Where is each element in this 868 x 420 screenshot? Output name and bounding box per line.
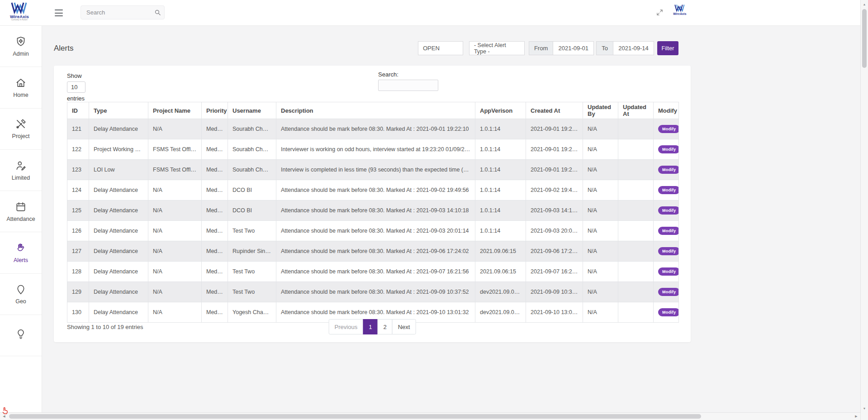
cell-priority: Medium <box>202 119 228 139</box>
cell-priority: Medium <box>202 160 228 180</box>
column-header-type[interactable]: Type <box>89 102 148 119</box>
admin-shield-icon <box>15 36 27 48</box>
table-search-label: Search: <box>378 71 438 78</box>
status-select[interactable]: OPEN <box>418 41 463 55</box>
entries-length-select[interactable]: 10 <box>67 81 85 93</box>
column-header-priority[interactable]: Priority <box>202 102 228 119</box>
cell-project-name: N/A <box>148 119 202 139</box>
modify-button[interactable]: Modify <box>658 206 679 215</box>
vertical-scroll-thumb[interactable] <box>862 9 867 68</box>
sidebar-item-project[interactable]: Project <box>0 109 42 150</box>
search-input[interactable] <box>81 9 151 16</box>
table-row: 126 Delay Attendance N/A Medium Test Two… <box>67 221 679 241</box>
scroll-up-icon[interactable]: ▲ <box>861 0 868 8</box>
modify-button[interactable]: Modify <box>658 145 679 153</box>
column-header-updated-by[interactable]: Updated By <box>583 102 618 119</box>
cell-type: Delay Attendance <box>89 119 148 139</box>
cell-description: Attendance should be mark before 08:30. … <box>276 221 475 241</box>
cell-description: Attendance should be mark before 08:30. … <box>276 200 475 221</box>
from-label: From <box>529 41 553 55</box>
sidebar-item-alerts[interactable]: Alerts <box>0 232 42 273</box>
table-search-input[interactable] <box>378 80 438 91</box>
cell-username: Rupinder Singh <box>228 241 276 262</box>
modify-button[interactable]: Modify <box>658 227 679 235</box>
modify-button[interactable]: Modify <box>658 308 679 316</box>
filter-button[interactable]: Filter <box>657 41 678 55</box>
geo-pin-icon <box>15 283 27 295</box>
modify-button[interactable]: Modify <box>658 247 679 255</box>
search-icon[interactable] <box>151 9 164 16</box>
cell-description: Attendance should be mark before 08:30. … <box>276 180 475 200</box>
cell-created-at: 2021-09-03 20:01:14 <box>526 221 583 241</box>
pagination-page-1[interactable]: 1 <box>363 319 378 334</box>
sidebar-item-home[interactable]: Home <box>0 67 42 108</box>
alerts-table: IDTypeProject NamePriorityUsernameDescri… <box>67 102 679 323</box>
pagination-page-2[interactable]: 2 <box>377 319 392 334</box>
sidebar-item-label: Alerts <box>14 257 28 263</box>
cell-created-at: 2021-09-03 14:10:18 <box>526 200 583 221</box>
column-header-id[interactable]: ID <box>67 102 89 119</box>
cell-created-at: 2021-09-09 10:37:52 <box>526 282 583 302</box>
cell-modify: Modify <box>654 119 679 139</box>
cell-updated-at <box>618 241 654 262</box>
column-header-created-at[interactable]: Created At <box>526 102 583 119</box>
column-header-modify[interactable]: Modify <box>654 102 679 119</box>
show-label: Show <box>67 72 82 79</box>
cell-type: Delay Attendance <box>89 262 148 282</box>
scroll-right-icon[interactable]: ▶ <box>853 413 860 420</box>
cell-priority: Medium <box>202 282 228 302</box>
sidebar-item-more[interactable] <box>0 315 42 356</box>
cell-updated-at <box>618 160 654 180</box>
menu-toggle-icon[interactable] <box>55 10 63 16</box>
to-date-input[interactable]: 2021-09-14 <box>613 41 654 55</box>
horizontal-scrollbar[interactable]: ◀ ▶ <box>0 412 860 420</box>
cell-description: Attendance should be mark before 08:30. … <box>276 241 475 262</box>
sidebar-item-admin[interactable]: Admin <box>0 26 42 67</box>
modify-button[interactable]: Modify <box>658 288 679 296</box>
modify-button[interactable]: Modify <box>658 166 679 174</box>
sidebar-item-label: Limited <box>12 175 30 181</box>
fullscreen-icon[interactable] <box>655 9 664 18</box>
column-header-updated-at[interactable]: Updated At <box>618 102 654 119</box>
cell-updated-by: N/A <box>583 200 618 221</box>
alert-type-select[interactable]: - Select Alert Type - <box>469 41 525 55</box>
scroll-down-icon[interactable]: ▼ <box>861 405 868 412</box>
cell-type: Delay Attendance <box>89 221 148 241</box>
column-header-appverison[interactable]: AppVerison <box>475 102 526 119</box>
sidebar-item-limited[interactable]: Limited <box>0 150 42 191</box>
column-header-project-name[interactable]: Project Name <box>148 102 202 119</box>
cell-username: Test Two <box>228 262 276 282</box>
from-date-input[interactable]: 2021-09-01 <box>553 41 594 55</box>
cell-id: 125 <box>67 200 89 221</box>
pagination-next[interactable]: Next <box>392 319 416 334</box>
topbar: WireAxis Curiosity in Action WireAxis <box>0 0 860 26</box>
pagination-previous[interactable]: Previous <box>329 319 364 334</box>
modify-button[interactable]: Modify <box>658 125 679 133</box>
sidebar-item-geo[interactable]: Geo <box>0 274 42 315</box>
modify-button[interactable]: Modify <box>658 186 679 194</box>
table-body: 121 Delay Attendance N/A Medium Sourabh … <box>67 119 679 323</box>
cell-id: 124 <box>67 180 89 200</box>
cell-app-version: 1.0.1:14 <box>475 119 526 139</box>
cell-app-version: 1.0.1:14 <box>475 160 526 180</box>
brand-logo-right[interactable]: WireAxis <box>671 4 688 15</box>
alerts-card: Show 10 entries Search: <box>54 66 691 342</box>
cell-updated-by: N/A <box>583 221 618 241</box>
column-header-description[interactable]: Description <box>276 102 475 119</box>
cell-modify: Modify <box>654 139 679 160</box>
modify-button[interactable]: Modify <box>658 267 679 276</box>
cell-id: 129 <box>67 282 89 302</box>
cell-created-at: 2021-09-01 19:26:24 <box>526 160 583 180</box>
sidebar-item-attendance[interactable]: Attendance <box>0 191 42 232</box>
cell-updated-by: N/A <box>583 180 618 200</box>
vertical-scrollbar[interactable]: ▲ ▼ <box>860 0 868 420</box>
table-row: 123 LOI Low FSMS Test Offline Medium Sou… <box>67 160 679 180</box>
table-row: 127 Delay Attendance N/A Medium Rupinder… <box>67 241 679 262</box>
brand-logo[interactable]: WireAxis Curiosity in Action <box>5 1 33 21</box>
horizontal-scroll-thumb[interactable] <box>9 414 701 419</box>
column-header-username[interactable]: Username <box>228 102 276 119</box>
cell-project-name: N/A <box>148 221 202 241</box>
cell-type: Project Working Hours <box>89 139 148 160</box>
cell-project-name: N/A <box>148 200 202 221</box>
cell-updated-at <box>618 119 654 139</box>
